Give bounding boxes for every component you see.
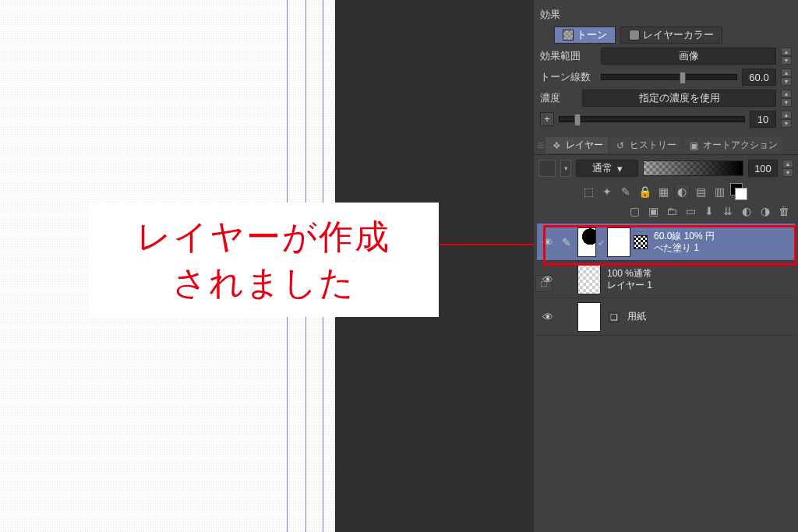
tab-layer[interactable]: ❖レイヤー	[546, 137, 608, 153]
visibility-icon[interactable]: 👁	[540, 311, 556, 323]
merge-down-icon[interactable]: ⇊	[720, 203, 736, 219]
layer-meta: 100 %通常	[607, 268, 652, 280]
effect-range-label: 効果範囲	[540, 49, 596, 63]
side-panel: 効果 トーン レイヤーカラー 効果範囲 画像 ▴▾ トーン線数 60.0 ▴▾ …	[534, 0, 798, 532]
layer-tool-row-1: ⬚ ✦ ✎ 🔒 ▦ ◐ ▤ ▥	[534, 181, 798, 202]
layercolor-swatch-icon	[629, 30, 640, 41]
effect-layercolor-toggle[interactable]: レイヤーカラー	[620, 26, 722, 44]
blend-row: ▾ 通常▾ 100 ▴▾	[534, 155, 798, 181]
tone-lines-value[interactable]: 60.0	[742, 69, 776, 86]
opacity-spinner[interactable]: ▴▾	[782, 160, 793, 177]
edit-target-icon[interactable]: ✎	[559, 236, 574, 248]
density-spinner[interactable]: ▴▾	[781, 90, 792, 107]
chevron-down-icon: ▾	[617, 163, 623, 174]
link-check-icon: ✔	[598, 238, 606, 246]
visibility-icon[interactable]: 👁	[540, 273, 556, 286]
history-icon: ↺	[614, 139, 627, 152]
clip-icon[interactable]: ⬚	[581, 184, 596, 199]
annotation-arrow	[439, 244, 542, 245]
delete-layer-icon[interactable]: 🗑	[776, 203, 792, 219]
draft-icon[interactable]: ✎	[618, 184, 634, 199]
tab-history[interactable]: ↺ヒストリー	[609, 137, 681, 153]
density-select[interactable]: 指定の濃度を使用	[582, 90, 776, 107]
panel-grip-icon[interactable]: ≡	[537, 139, 544, 153]
tone-pattern-icon	[634, 235, 648, 249]
layer-thumbnail[interactable]	[577, 302, 601, 332]
layers-icon: ❖	[550, 139, 563, 152]
tone-lines-spinner[interactable]: ▴▾	[781, 69, 792, 86]
opacity-slider[interactable]	[643, 160, 743, 176]
layer-meta: 60.0線 10% 円	[654, 231, 715, 242]
tone-lines-slider[interactable]	[601, 74, 737, 80]
transfer-down-icon[interactable]: ⬇	[701, 203, 717, 219]
layer-row-1[interactable]: 👁 100 %通常 レイヤー 1	[537, 261, 795, 298]
tone-lines-label: トーン線数	[540, 70, 596, 84]
new-vector-layer-icon[interactable]: ▣	[645, 203, 661, 219]
layercolor-icon[interactable]: ▥	[711, 184, 727, 199]
edit-target-icon[interactable]	[559, 273, 574, 286]
layer-thumbnail[interactable]	[577, 265, 601, 294]
callout-line2: されました	[110, 259, 417, 305]
tone-swatch-icon	[563, 30, 574, 41]
extra-value[interactable]: 10	[750, 111, 776, 128]
visibility-icon[interactable]: 👁	[540, 236, 556, 248]
new-folder-icon[interactable]: 🗀	[664, 203, 680, 219]
layer-properties-panel: 効果 トーン レイヤーカラー 効果範囲 画像 ▴▾ トーン線数 60.0 ▴▾ …	[534, 0, 798, 129]
layer-row-fill[interactable]: 👁 ✎ ✔ 60.0線 10% 円 べた塗り 1	[537, 224, 795, 261]
layer-list: 👁 ✎ ✔ 60.0線 10% 円 べた塗り 1 👁 100 %通常 レイヤー …	[534, 220, 798, 339]
mask-thumbnail[interactable]	[607, 227, 630, 257]
layer-tool-row-2: ▢ ▣ 🗀 ▭ ⬇ ⇊ ◐ ◑ 🗑	[534, 202, 798, 220]
apply-mask-icon[interactable]: ◑	[757, 203, 773, 219]
ref-icon[interactable]: ✦	[599, 184, 615, 199]
effect-range-select[interactable]: 画像	[601, 48, 776, 65]
callout-line1: レイヤーが作成	[110, 213, 417, 259]
visibility-set-icon[interactable]: ▦	[655, 184, 671, 199]
extra-spinner[interactable]: ▴▾	[781, 111, 792, 128]
tab-autoaction[interactable]: ▣オートアクション	[683, 137, 782, 153]
effect-tone-toggle[interactable]: トーン	[554, 26, 616, 44]
palette-color-button[interactable]	[538, 160, 556, 177]
layer-name: べた塗り 1	[654, 242, 715, 254]
edit-target-icon[interactable]	[559, 311, 574, 323]
layer-thumbnail[interactable]	[577, 227, 596, 257]
layer-name: 用紙	[627, 311, 646, 322]
paper-icon: ❏	[607, 310, 621, 324]
opacity-value[interactable]: 100	[748, 160, 778, 177]
autoaction-icon: ▣	[687, 139, 700, 152]
ruler-icon[interactable]: ▤	[693, 184, 708, 199]
fg-bg-color-swatch[interactable]	[730, 183, 747, 200]
lock-icon[interactable]: 🔒	[637, 184, 652, 199]
range-spinner[interactable]: ▴▾	[781, 48, 792, 65]
extra-slider[interactable]	[559, 116, 745, 122]
add-effect-button[interactable]: +	[540, 112, 554, 126]
blend-mode-select[interactable]: 通常▾	[576, 160, 638, 177]
density-label: 濃度	[540, 91, 577, 105]
layer-row-paper[interactable]: 👁 ❏ 用紙	[537, 298, 795, 336]
annotation-callout: レイヤーが作成 されました	[88, 203, 439, 317]
add-mask-icon[interactable]: ◐	[739, 203, 754, 219]
mask-icon[interactable]: ◐	[674, 184, 690, 199]
effects-label: 効果	[540, 8, 560, 22]
layer-name: レイヤー 1	[607, 280, 652, 291]
new-frame-icon[interactable]: ▭	[683, 203, 698, 219]
new-raster-layer-icon[interactable]: ▢	[627, 203, 642, 219]
palette-color-more[interactable]: ▾	[560, 160, 571, 177]
panel-tabs: ≡ ❖レイヤー ↺ヒストリー ▣オートアクション	[534, 136, 798, 155]
